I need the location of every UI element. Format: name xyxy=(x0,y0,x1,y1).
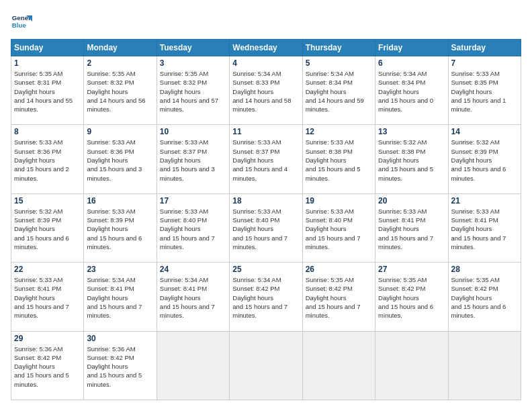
day-info: Sunrise: 5:33 AMSunset: 8:36 PMDaylight … xyxy=(87,138,153,182)
day-info: Sunrise: 5:35 AMSunset: 8:42 PMDaylight … xyxy=(378,275,445,320)
calendar-cell: 27 Sunrise: 5:35 AMSunset: 8:42 PMDaylig… xyxy=(375,263,448,331)
day-info: Sunrise: 5:34 AMSunset: 8:41 PMDaylight … xyxy=(87,275,153,320)
day-number: 5 xyxy=(306,58,372,68)
calendar-cell: 4 Sunrise: 5:34 AMSunset: 8:33 PMDayligh… xyxy=(230,56,302,125)
day-info: Sunrise: 5:33 AMSunset: 8:39 PMDaylight … xyxy=(87,207,153,251)
day-info: Sunrise: 5:33 AMSunset: 8:40 PMDaylight … xyxy=(306,207,372,251)
calendar-cell xyxy=(230,331,302,400)
calendar-cell: 26 Sunrise: 5:35 AMSunset: 8:42 PMDaylig… xyxy=(302,263,375,331)
day-info: Sunrise: 5:33 AMSunset: 8:41 PMDaylight … xyxy=(14,275,81,320)
day-info: Sunrise: 5:32 AMSunset: 8:39 PMDaylight … xyxy=(14,207,81,251)
day-info: Sunrise: 5:33 AMSunset: 8:40 PMDaylight … xyxy=(160,207,226,251)
day-number: 24 xyxy=(160,265,226,274)
day-header-saturday: Saturday xyxy=(448,40,521,56)
day-info: Sunrise: 5:34 AMSunset: 8:33 PMDaylight … xyxy=(232,69,299,113)
day-number: 2 xyxy=(87,58,153,68)
calendar-cell: 14 Sunrise: 5:32 AMSunset: 8:39 PMDaylig… xyxy=(448,125,521,193)
calendar-cell: 17 Sunrise: 5:33 AMSunset: 8:40 PMDaylig… xyxy=(157,193,229,262)
calendar-cell: 30 Sunrise: 5:36 AMSunset: 8:42 PMDaylig… xyxy=(84,331,157,400)
day-header-wednesday: Wednesday xyxy=(230,40,302,56)
day-number: 22 xyxy=(14,265,81,274)
day-number: 11 xyxy=(232,127,299,136)
day-info: Sunrise: 5:33 AMSunset: 8:37 PMDaylight … xyxy=(232,138,299,182)
week-row-4: 22 Sunrise: 5:33 AMSunset: 8:41 PMDaylig… xyxy=(11,263,521,331)
calendar-cell xyxy=(448,331,521,400)
day-info: Sunrise: 5:34 AMSunset: 8:41 PMDaylight … xyxy=(160,275,226,320)
calendar-cell: 12 Sunrise: 5:33 AMSunset: 8:38 PMDaylig… xyxy=(302,125,375,193)
calendar-cell: 1 Sunrise: 5:35 AMSunset: 8:31 PMDayligh… xyxy=(11,56,84,125)
day-number: 15 xyxy=(14,196,81,205)
day-info: Sunrise: 5:32 AMSunset: 8:38 PMDaylight … xyxy=(378,138,445,182)
calendar-cell: 19 Sunrise: 5:33 AMSunset: 8:40 PMDaylig… xyxy=(302,193,375,262)
day-header-friday: Friday xyxy=(375,40,448,56)
week-row-1: 1 Sunrise: 5:35 AMSunset: 8:31 PMDayligh… xyxy=(11,56,521,125)
calendar-cell: 2 Sunrise: 5:35 AMSunset: 8:32 PMDayligh… xyxy=(84,56,157,125)
svg-text:Blue: Blue xyxy=(12,21,27,29)
calendar-cell: 10 Sunrise: 5:33 AMSunset: 8:37 PMDaylig… xyxy=(157,125,229,193)
calendar-cell: 11 Sunrise: 5:33 AMSunset: 8:37 PMDaylig… xyxy=(230,125,302,193)
day-number: 26 xyxy=(306,265,372,274)
calendar-cell: 6 Sunrise: 5:34 AMSunset: 8:34 PMDayligh… xyxy=(375,56,448,125)
day-info: Sunrise: 5:35 AMSunset: 8:32 PMDaylight … xyxy=(160,69,226,113)
day-info: Sunrise: 5:34 AMSunset: 8:34 PMDaylight … xyxy=(378,69,445,113)
header: General Blue xyxy=(11,11,521,32)
day-info: Sunrise: 5:32 AMSunset: 8:39 PMDaylight … xyxy=(451,138,518,182)
calendar-cell: 7 Sunrise: 5:33 AMSunset: 8:35 PMDayligh… xyxy=(448,56,521,125)
logo: General Blue xyxy=(11,11,35,32)
calendar-cell xyxy=(302,331,375,400)
calendar-cell: 8 Sunrise: 5:33 AMSunset: 8:36 PMDayligh… xyxy=(11,125,84,193)
calendar-cell: 20 Sunrise: 5:33 AMSunset: 8:41 PMDaylig… xyxy=(375,193,448,262)
day-number: 16 xyxy=(87,196,153,205)
week-row-3: 15 Sunrise: 5:32 AMSunset: 8:39 PMDaylig… xyxy=(11,193,521,262)
day-number: 6 xyxy=(378,58,445,68)
calendar-cell: 28 Sunrise: 5:35 AMSunset: 8:42 PMDaylig… xyxy=(448,263,521,331)
page: General Blue SundayMondayTuesdayWednesda… xyxy=(0,0,532,411)
day-number: 25 xyxy=(232,265,299,274)
day-number: 27 xyxy=(378,265,445,274)
day-number: 17 xyxy=(160,196,226,205)
calendar-cell: 29 Sunrise: 5:36 AMSunset: 8:42 PMDaylig… xyxy=(11,331,84,400)
day-info: Sunrise: 5:33 AMSunset: 8:40 PMDaylight … xyxy=(232,207,299,251)
day-header-sunday: Sunday xyxy=(11,40,84,56)
day-info: Sunrise: 5:36 AMSunset: 8:42 PMDaylight … xyxy=(87,345,153,389)
day-info: Sunrise: 5:35 AMSunset: 8:32 PMDaylight … xyxy=(87,69,153,113)
day-info: Sunrise: 5:35 AMSunset: 8:31 PMDaylight … xyxy=(14,69,81,113)
day-number: 18 xyxy=(232,196,299,205)
calendar-cell: 23 Sunrise: 5:34 AMSunset: 8:41 PMDaylig… xyxy=(84,263,157,331)
calendar-cell: 24 Sunrise: 5:34 AMSunset: 8:41 PMDaylig… xyxy=(157,263,229,331)
calendar-cell: 25 Sunrise: 5:34 AMSunset: 8:42 PMDaylig… xyxy=(230,263,302,331)
day-number: 21 xyxy=(451,196,518,205)
calendar-table: SundayMondayTuesdayWednesdayThursdayFrid… xyxy=(11,39,521,400)
week-row-5: 29 Sunrise: 5:36 AMSunset: 8:42 PMDaylig… xyxy=(11,331,521,400)
day-number: 9 xyxy=(87,127,153,136)
day-number: 10 xyxy=(160,127,226,136)
day-info: Sunrise: 5:34 AMSunset: 8:34 PMDaylight … xyxy=(306,69,372,113)
calendar-cell: 5 Sunrise: 5:34 AMSunset: 8:34 PMDayligh… xyxy=(302,56,375,125)
day-number: 20 xyxy=(378,196,445,205)
day-header-tuesday: Tuesday xyxy=(157,40,229,56)
day-info: Sunrise: 5:33 AMSunset: 8:37 PMDaylight … xyxy=(160,138,226,182)
week-row-2: 8 Sunrise: 5:33 AMSunset: 8:36 PMDayligh… xyxy=(11,125,521,193)
logo-icon: General Blue xyxy=(11,11,32,32)
day-number: 7 xyxy=(451,58,518,68)
day-number: 12 xyxy=(306,127,372,136)
calendar-cell xyxy=(157,331,229,400)
day-header-monday: Monday xyxy=(84,40,157,56)
header-row: SundayMondayTuesdayWednesdayThursdayFrid… xyxy=(11,40,521,56)
day-number: 23 xyxy=(87,265,153,274)
day-info: Sunrise: 5:35 AMSunset: 8:42 PMDaylight … xyxy=(306,275,372,320)
calendar-cell: 15 Sunrise: 5:32 AMSunset: 8:39 PMDaylig… xyxy=(11,193,84,262)
calendar-cell: 18 Sunrise: 5:33 AMSunset: 8:40 PMDaylig… xyxy=(230,193,302,262)
day-info: Sunrise: 5:33 AMSunset: 8:41 PMDaylight … xyxy=(378,207,445,251)
calendar-cell: 22 Sunrise: 5:33 AMSunset: 8:41 PMDaylig… xyxy=(11,263,84,331)
day-number: 19 xyxy=(306,196,372,205)
day-number: 3 xyxy=(160,58,226,68)
day-number: 8 xyxy=(14,127,81,136)
calendar-cell xyxy=(375,331,448,400)
calendar-cell: 9 Sunrise: 5:33 AMSunset: 8:36 PMDayligh… xyxy=(84,125,157,193)
day-number: 29 xyxy=(14,334,81,343)
day-info: Sunrise: 5:33 AMSunset: 8:38 PMDaylight … xyxy=(306,138,372,182)
day-number: 1 xyxy=(14,58,81,68)
calendar-cell: 13 Sunrise: 5:32 AMSunset: 8:38 PMDaylig… xyxy=(375,125,448,193)
calendar-cell: 3 Sunrise: 5:35 AMSunset: 8:32 PMDayligh… xyxy=(157,56,229,125)
